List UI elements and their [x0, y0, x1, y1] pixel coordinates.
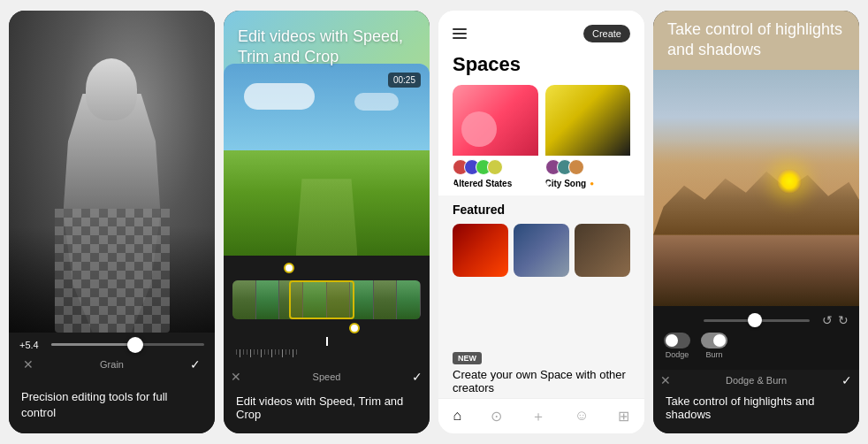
- tick-marks: [232, 349, 421, 357]
- burn-toggle[interactable]: [701, 333, 727, 348]
- card-2-actions: ✕ Speed ✓: [224, 364, 430, 387]
- bottom-actions: ✕ Grain ✓: [19, 356, 204, 373]
- tick: [264, 349, 265, 355]
- featured-title: Featured: [453, 203, 630, 217]
- confirm-db-button[interactable]: ✓: [841, 373, 852, 387]
- card-4-header-text: Take control of highlights and shadows: [667, 19, 845, 70]
- menu-line: [453, 33, 467, 34]
- speed-indicator-line: [326, 337, 328, 346]
- home-icon[interactable]: ⌂: [453, 408, 461, 426]
- tick: [296, 349, 297, 355]
- spaces-header: Create: [438, 11, 644, 50]
- space-image-2: [545, 85, 631, 156]
- dodge-toggle[interactable]: [664, 333, 690, 348]
- timeline-selection[interactable]: [289, 280, 355, 319]
- tick-major: [271, 349, 272, 357]
- featured-item-1[interactable]: [453, 224, 508, 277]
- menu-line: [453, 28, 467, 30]
- confirm-video-button[interactable]: ✓: [412, 370, 423, 384]
- card-video-editing: Edit videos with Speed, Trim and Crop 00…: [224, 11, 430, 433]
- timeline-strip[interactable]: [232, 280, 421, 319]
- tick: [275, 349, 276, 355]
- gallery: +5.4 ✕ Grain ✓ Precision editing tools f…: [0, 0, 868, 444]
- avatar-4: [487, 159, 503, 175]
- nav-footer: ⌂ ⊙ ＋ ☺ ⊞: [438, 398, 644, 433]
- card-dodge-burn: Take control of highlights and shadows ↺…: [653, 11, 859, 433]
- tick-major: [282, 349, 283, 357]
- dodge-burn-label: Dodge & Burn: [726, 375, 787, 386]
- featured-item-2[interactable]: [514, 224, 569, 277]
- add-icon[interactable]: ＋: [531, 408, 545, 426]
- tick: [243, 349, 244, 355]
- card-spaces: Create Spaces Altered States: [438, 11, 644, 433]
- burn-toggle-item: Burn: [701, 333, 727, 359]
- new-content-row: NEW Create your own Space with other cre…: [438, 340, 644, 398]
- space-meta-2: City Song ●: [545, 156, 631, 188]
- cancel-button[interactable]: ✕: [23, 357, 34, 371]
- frame-2: [256, 280, 280, 319]
- dodge-burn-controls: ↺ ↻ Dodge Burn: [653, 306, 859, 370]
- space-image-1: [453, 85, 538, 156]
- confirm-button[interactable]: ✓: [190, 357, 201, 371]
- space-card-2[interactable]: City Song ●: [545, 85, 631, 188]
- spaces-title: Spaces: [438, 50, 644, 85]
- emoji-icon[interactable]: ☺: [575, 408, 589, 426]
- dot-indicator: ●: [590, 180, 594, 188]
- undo-icon[interactable]: ↺: [822, 313, 833, 327]
- speed-label: Speed: [313, 371, 341, 382]
- slider-track[interactable]: [51, 343, 204, 346]
- tick-major: [250, 349, 251, 357]
- create-button[interactable]: Create: [583, 25, 630, 42]
- space-card-1[interactable]: Altered States: [453, 85, 538, 188]
- caption-4: Take control of highlights and shadows: [653, 389, 859, 433]
- redo-icon[interactable]: ↻: [838, 313, 849, 327]
- card-controls: +5.4 ✕ Grain ✓: [9, 333, 215, 380]
- frame-1: [232, 280, 256, 319]
- tick-major: [240, 349, 240, 357]
- burn-toggle-circle: [713, 334, 726, 347]
- cancel-video-button[interactable]: ✕: [231, 370, 241, 384]
- hamburger-menu-icon[interactable]: [453, 28, 467, 39]
- cancel-db-button[interactable]: ✕: [660, 373, 671, 387]
- time-badge: 00:25: [388, 73, 421, 88]
- tick: [286, 349, 286, 355]
- frame-8: [397, 280, 421, 319]
- menu-line: [453, 37, 467, 39]
- dodge-toggle-circle: [666, 334, 678, 347]
- dodge-burn-slider-thumb[interactable]: [748, 313, 762, 327]
- foreground: [653, 235, 859, 306]
- clouds: [244, 83, 315, 110]
- tick: [278, 349, 279, 355]
- tick-major: [261, 349, 262, 357]
- card-4-topbar: Take control of highlights and shadows: [653, 11, 859, 70]
- timeline-handle-start[interactable]: [284, 263, 294, 273]
- space-image-detail: [461, 111, 497, 147]
- burn-label: Burn: [705, 350, 722, 359]
- space-meta-1: Altered States: [453, 156, 538, 188]
- search-icon[interactable]: ⊙: [491, 408, 502, 426]
- space-name-2: City Song: [545, 179, 587, 188]
- caption-2: Edit videos with Speed, Trim and Crop: [224, 387, 430, 433]
- card-2-bg: Edit videos with Speed, Trim and Crop 00…: [224, 11, 430, 256]
- space-name-1: Altered States: [453, 179, 538, 188]
- tick: [247, 349, 247, 355]
- new-content-text: Create your own Space with other creator…: [453, 368, 630, 394]
- cloud-2: [354, 93, 399, 111]
- space-avatars-2: [545, 156, 631, 177]
- timeline-handle-end[interactable]: [349, 323, 360, 333]
- slider-row: +5.4: [19, 340, 204, 350]
- card-4-actions: ✕ Dodge & Burn ✓: [653, 370, 859, 389]
- new-badge: NEW: [453, 352, 482, 364]
- grid-icon[interactable]: ⊞: [618, 408, 629, 426]
- sun-element: [777, 169, 802, 194]
- featured-item-3[interactable]: [575, 224, 630, 277]
- spaces-grid: Altered States City Song ●: [438, 85, 644, 195]
- timeline: [224, 256, 430, 364]
- toggle-row: Dodge Burn: [664, 333, 849, 359]
- slider-label: Grain: [100, 359, 124, 370]
- space-avatars-1: [453, 156, 538, 177]
- desert-photo: [653, 70, 859, 306]
- slider-thumb[interactable]: [127, 337, 143, 353]
- tick: [289, 349, 290, 355]
- card-2-header-text: Edit videos with Speed, Trim and Crop: [238, 27, 415, 68]
